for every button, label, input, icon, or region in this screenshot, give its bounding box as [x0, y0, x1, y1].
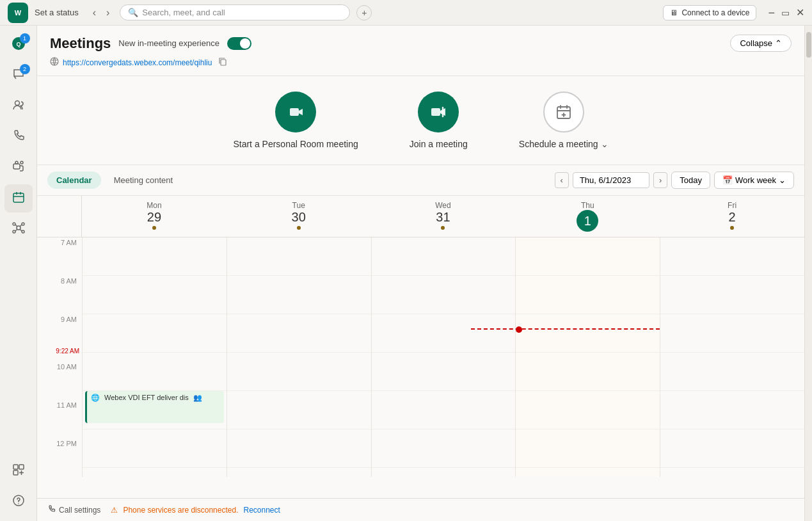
reconnect-link[interactable]: Reconnect	[243, 506, 280, 515]
current-date-input[interactable]	[573, 172, 649, 188]
prev-week-button[interactable]: ‹	[555, 172, 569, 188]
next-week-button[interactable]: ›	[653, 172, 667, 188]
call-settings-label: Call settings	[59, 506, 100, 515]
current-time-line	[471, 328, 660, 330]
meetings-url[interactable]: https://convergedats.webex.com/meet/qihl…	[63, 58, 212, 67]
svg-text:W: W	[15, 9, 22, 17]
svg-point-23	[51, 58, 58, 65]
workweek-button[interactable]: 📅 Work week ⌄	[714, 172, 794, 189]
svg-rect-5	[13, 164, 20, 169]
minimize-button[interactable]: −	[768, 7, 775, 19]
back-button[interactable]: ‹	[89, 6, 100, 20]
warning-text: Phone services are disconnected.	[123, 506, 238, 515]
personal-room-button[interactable]: Start a Personal Room meeting	[233, 92, 358, 149]
forward-button[interactable]: ›	[102, 6, 113, 20]
sidebar-item-help[interactable]	[4, 488, 33, 516]
search-bar[interactable]: 🔍 Search, meet, and call	[120, 4, 350, 20]
calendar-body: 7 AM 8 AM 9 AM 9:22 AM 10 AM 11 AM 12 PM	[37, 237, 804, 477]
header-thu: Thu 1	[515, 196, 660, 237]
header-tue: Tue 30	[227, 196, 371, 237]
calendar-nav: ‹ › Today 📅 Work week ⌄	[555, 172, 794, 189]
svg-rect-18	[13, 465, 18, 469]
svg-rect-20	[13, 470, 18, 475]
add-apps-icon	[12, 463, 26, 480]
warning-icon: ⚠	[111, 506, 118, 515]
app-body: Q 1 2	[0, 26, 812, 521]
calendar-small-icon: 📅	[722, 175, 733, 185]
time-9am: 9 AM	[37, 314, 82, 353]
calendar-tabs-bar: Calendar Meeting content ‹ › Today 📅 Wor…	[37, 165, 804, 196]
sidebar-item-contacts[interactable]	[4, 92, 33, 120]
day-col-mon[interactable]: 🌐 Webex VDI EFT deliver dis 👥	[82, 237, 227, 477]
app-logo: W	[8, 3, 28, 23]
svg-point-10	[13, 223, 15, 225]
sidebar-item-calls[interactable]	[4, 123, 33, 151]
personal-room-label: Start a Personal Room meeting	[233, 139, 358, 149]
scroll-thumb[interactable]	[806, 32, 811, 58]
schedule-meeting-button[interactable]: Schedule a meeting ⌄	[519, 92, 609, 149]
new-tab-button[interactable]: +	[356, 5, 372, 20]
schedule-chevron-icon: ⌄	[601, 139, 609, 149]
sidebar-item-profile[interactable]: Q 1	[4, 31, 33, 59]
schedule-label-row: Schedule a meeting ⌄	[519, 139, 609, 149]
copy-url-button[interactable]	[216, 56, 230, 69]
join-icon	[418, 92, 459, 132]
meetings-header: Meetings New in-meeting experience Colla…	[37, 26, 804, 76]
time-9am-label: 9 AM	[61, 316, 77, 323]
call-settings-button[interactable]: Call settings	[47, 504, 100, 515]
meetings-title: Meetings	[50, 35, 111, 52]
calendar-grid[interactable]: Mon 29 Tue 30 Wed 31	[37, 196, 804, 498]
chevron-up-icon: ⌃	[775, 38, 782, 48]
svg-point-4	[15, 100, 19, 105]
time-7am: 7 AM	[37, 237, 82, 276]
link-icon	[50, 57, 59, 68]
meetings-title-row: Meetings New in-meeting experience Colla…	[50, 35, 792, 52]
window-controls: − ▭ ✕	[768, 6, 804, 19]
header-fri: Fri 2	[660, 196, 804, 237]
event-title: Webex VDI EFT deliver dis	[104, 394, 189, 401]
teams-icon	[12, 159, 26, 177]
sidebar-item-messaging[interactable]: 2	[4, 61, 33, 90]
search-icon: 🔍	[128, 8, 138, 17]
day-col-tue[interactable]	[227, 237, 371, 477]
svg-line-16	[15, 229, 17, 231]
network-icon	[12, 221, 26, 238]
sidebar-item-add-apps[interactable]	[4, 457, 33, 485]
today-button[interactable]: Today	[671, 172, 710, 189]
calendar-icon	[12, 190, 26, 207]
sidebar-item-integrations[interactable]	[4, 215, 33, 243]
day-col-fri[interactable]	[660, 237, 804, 477]
day-col-wed[interactable]	[371, 237, 516, 477]
svg-rect-25	[290, 108, 299, 116]
close-button[interactable]: ✕	[796, 6, 804, 19]
workweek-chevron-icon: ⌄	[779, 175, 786, 185]
tab-calendar[interactable]: Calendar	[47, 172, 101, 189]
connect-device-button[interactable]: 🖥 Connect to a device	[663, 5, 756, 20]
svg-line-17	[20, 229, 22, 231]
tab-meeting-content[interactable]: Meeting content	[105, 172, 182, 189]
monitor-icon: 🖥	[670, 8, 678, 17]
maximize-button[interactable]: ▭	[781, 8, 790, 18]
scrollbar[interactable]	[804, 26, 812, 521]
svg-point-13	[22, 230, 24, 233]
sidebar-item-teams[interactable]	[4, 154, 33, 182]
day-col-thu[interactable]	[515, 237, 660, 477]
event-participants-icon: 👥	[193, 394, 202, 401]
status-bar: Call settings ⚠ Phone services are disco…	[37, 498, 804, 521]
schedule-icon	[543, 92, 584, 132]
join-meeting-button[interactable]: Join a meeting	[410, 92, 468, 149]
svg-point-11	[22, 223, 24, 225]
svg-rect-19	[19, 465, 24, 469]
sidebar-item-meetings[interactable]	[4, 184, 33, 212]
collapse-button[interactable]: Collapse ⌃	[730, 35, 792, 52]
nav-arrows: ‹ ›	[89, 6, 114, 20]
time-11am: 11 AM	[37, 400, 82, 438]
event-webex-vdi[interactable]: 🌐 Webex VDI EFT deliver dis 👥	[85, 391, 224, 423]
new-experience-label: New in-meeting experience	[118, 38, 219, 48]
phone-small-icon	[47, 504, 56, 515]
svg-line-14	[15, 225, 17, 227]
svg-rect-26	[431, 108, 440, 116]
toggle-knob	[240, 38, 250, 49]
sidebar-bottom	[4, 457, 33, 516]
new-experience-toggle[interactable]	[227, 37, 251, 50]
